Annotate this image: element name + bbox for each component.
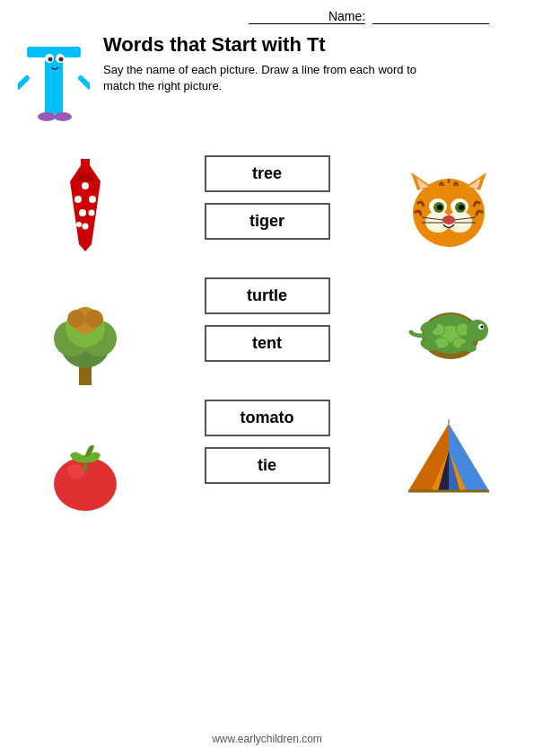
svg-line-8 [18,78,27,87]
svg-point-15 [89,210,95,216]
word-tiger: tiger [249,212,285,230]
header: Words that Start with Tt Say the name of… [18,33,516,132]
word-box-tie: tie [205,447,330,484]
svg-line-9 [81,78,90,87]
svg-rect-19 [81,159,90,174]
tent-image [404,406,494,514]
svg-point-11 [82,182,89,189]
word-box-tree: tree [205,155,330,192]
letter-t-illustration [18,33,90,132]
word-tent: tent [252,334,282,352]
word-tomato: tomato [241,409,294,426]
word-tie: tie [258,456,276,474]
tie-image [54,150,117,258]
tomato-image [45,419,126,527]
svg-point-5 [59,57,64,62]
word-box-tent: tent [205,325,330,362]
svg-point-42 [437,205,442,210]
page: Name: [0,0,534,756]
svg-point-16 [83,224,89,230]
turtle-image [404,276,494,392]
word-turtle: turtle [247,286,287,304]
word-box-tomato: tomato [205,400,330,436]
word-box-turtle: turtle [205,277,330,314]
name-underline [372,9,489,24]
page-title: Words that Start with Tt [103,33,417,57]
svg-point-17 [76,222,82,227]
svg-point-12 [74,196,82,203]
svg-point-43 [459,205,464,210]
footer-url: www.earlychildren.com [212,733,322,745]
svg-point-13 [89,196,96,203]
svg-point-7 [54,112,72,121]
tiger-image [404,145,494,262]
svg-point-29 [67,464,85,479]
svg-point-6 [38,112,56,121]
tree-image [45,285,126,401]
word-tree: tree [252,164,282,182]
instructions: Say the name of each picture. Draw a lin… [103,62,417,94]
name-label: Name: [249,9,365,24]
word-box-tiger: tiger [205,203,330,240]
svg-point-31 [413,179,485,247]
svg-point-27 [85,310,103,328]
svg-point-58 [481,326,484,329]
svg-point-14 [79,209,86,216]
svg-point-4 [48,57,53,62]
svg-point-44 [442,215,455,224]
footer: www.earlychildren.com [0,733,534,745]
header-text: Words that Start with Tt Say the name of… [103,33,417,94]
svg-point-26 [67,310,85,328]
name-line: Name: [18,9,516,24]
svg-point-56 [467,320,488,341]
